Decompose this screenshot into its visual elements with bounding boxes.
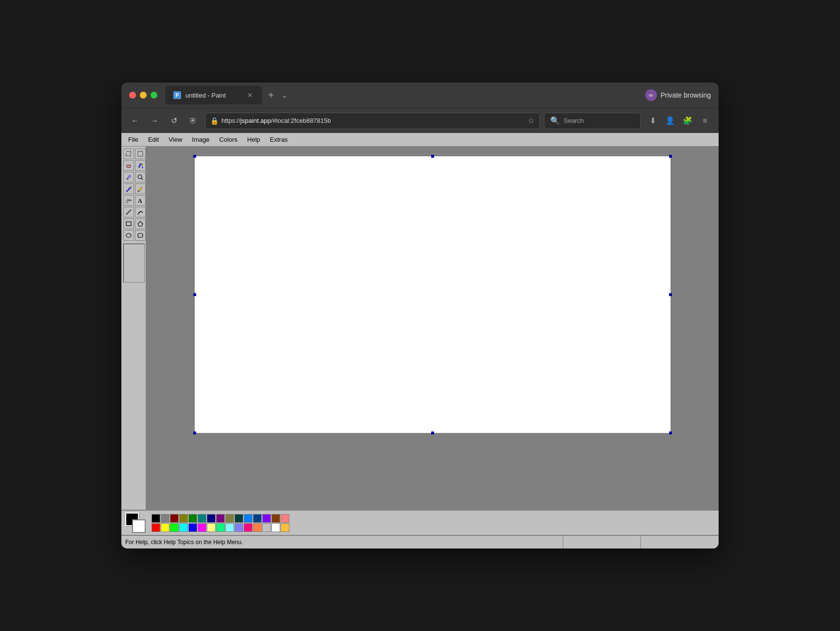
back-button[interactable]: ← xyxy=(127,113,143,129)
minimize-button[interactable] xyxy=(140,92,147,99)
palette-color[interactable] xyxy=(161,523,169,532)
svg-rect-3 xyxy=(127,165,131,167)
palette-color[interactable] xyxy=(281,523,289,532)
status-help-text: For Help, click Help Topics on the Help … xyxy=(121,536,563,548)
tool-polygon[interactable] xyxy=(135,218,146,229)
palette-color[interactable] xyxy=(271,514,280,523)
color-selector[interactable] xyxy=(125,513,146,533)
tool-magnifier[interactable] xyxy=(135,172,146,183)
pocket-button[interactable]: ⬇ xyxy=(645,113,660,129)
menu-button[interactable]: ≡ xyxy=(697,113,713,129)
palette-color[interactable] xyxy=(207,523,216,532)
tool-grid: A xyxy=(123,149,144,241)
palette-color[interactable] xyxy=(216,514,225,523)
size-preview xyxy=(123,244,145,282)
palette-color[interactable] xyxy=(216,523,225,532)
palette-color[interactable] xyxy=(271,523,280,532)
palette-color[interactable] xyxy=(170,523,179,532)
maximize-button[interactable] xyxy=(151,92,157,99)
url-bar[interactable]: 🔒 https://jspaint.app/#local:2fceb887815… xyxy=(205,113,540,129)
menu-help[interactable]: Help xyxy=(242,135,265,144)
color-palette-bar xyxy=(121,510,719,535)
menu-edit[interactable]: Edit xyxy=(143,135,164,144)
handle-bottom-left[interactable] xyxy=(193,432,196,434)
tool-free-select[interactable] xyxy=(123,149,134,159)
canvas-area[interactable] xyxy=(147,147,719,510)
palette-color[interactable] xyxy=(179,514,188,523)
menu-colors[interactable]: Colors xyxy=(214,135,242,144)
active-tab[interactable]: P untitled - Paint ✕ xyxy=(165,86,262,104)
palette-color[interactable] xyxy=(179,523,188,532)
menu-extras[interactable]: Extras xyxy=(265,135,293,144)
tool-eyedropper[interactable] xyxy=(123,172,134,183)
tab-dropdown-button[interactable]: ⌄ xyxy=(280,89,289,101)
palette-color[interactable] xyxy=(170,514,179,523)
palette-color[interactable] xyxy=(225,514,234,523)
tab-close-button[interactable]: ✕ xyxy=(246,91,254,100)
tool-line[interactable] xyxy=(123,207,134,217)
forward-button[interactable]: → xyxy=(147,113,162,129)
paint-main: A xyxy=(121,147,719,510)
tool-airbrush[interactable] xyxy=(123,195,134,206)
handle-bottom-center[interactable] xyxy=(431,432,434,434)
palette-color[interactable] xyxy=(225,523,234,532)
tool-curve[interactable] xyxy=(135,207,146,217)
url-prefix: https:// xyxy=(221,117,240,124)
private-browsing-icon: ∞ xyxy=(645,89,657,101)
palette-color[interactable] xyxy=(281,514,289,523)
handle-top-center[interactable] xyxy=(431,155,434,158)
tool-rectangle[interactable] xyxy=(123,218,134,229)
tool-pencil[interactable] xyxy=(123,183,134,194)
palette-color[interactable] xyxy=(207,514,216,523)
palette-color[interactable] xyxy=(188,523,197,532)
palette-color[interactable] xyxy=(161,514,169,523)
palette-color[interactable] xyxy=(253,523,262,532)
palette-color[interactable] xyxy=(151,514,160,523)
palette-color[interactable] xyxy=(262,523,271,532)
handle-top-right[interactable] xyxy=(669,155,672,158)
svg-line-16 xyxy=(126,210,131,215)
palette-color[interactable] xyxy=(198,514,206,523)
palette-color[interactable] xyxy=(244,514,252,523)
background-color[interactable] xyxy=(132,519,146,533)
tool-fill[interactable] xyxy=(135,160,146,171)
handle-left-center[interactable] xyxy=(193,293,196,296)
menu-file[interactable]: File xyxy=(123,135,143,144)
shield-icon: ⛨ xyxy=(185,113,201,129)
tab-title: untitled - Paint xyxy=(185,92,242,99)
tool-rect-select[interactable] xyxy=(135,149,146,159)
tool-brush[interactable] xyxy=(135,183,146,194)
palette-color[interactable] xyxy=(262,514,271,523)
handle-top-left[interactable] xyxy=(193,155,196,158)
handle-bottom-right[interactable] xyxy=(669,432,672,434)
new-tab-button[interactable]: + xyxy=(264,88,278,102)
palette-color[interactable] xyxy=(151,523,160,532)
paint-canvas[interactable] xyxy=(195,156,671,433)
browser-window: P untitled - Paint ✕ + ⌄ ∞ Private brows… xyxy=(121,83,719,548)
palette-color[interactable] xyxy=(244,523,252,532)
palette-color[interactable] xyxy=(235,514,243,523)
private-browsing-indicator: ∞ Private browsing xyxy=(645,89,711,101)
close-button[interactable] xyxy=(129,92,136,99)
tool-ellipse[interactable] xyxy=(123,230,134,241)
handle-right-center[interactable] xyxy=(669,293,672,296)
palette-color[interactable] xyxy=(235,523,243,532)
title-bar: P untitled - Paint ✕ + ⌄ ∞ Private brows… xyxy=(121,83,719,108)
palette-color[interactable] xyxy=(198,523,206,532)
tool-rounded-rect[interactable] xyxy=(135,230,146,241)
svg-text:P: P xyxy=(176,93,179,98)
menu-image[interactable]: Image xyxy=(187,135,214,144)
menu-view[interactable]: View xyxy=(164,135,187,144)
svg-point-19 xyxy=(126,233,131,237)
extensions-button[interactable]: 🧩 xyxy=(680,113,695,129)
account-button[interactable]: 👤 xyxy=(662,113,678,129)
nav-bar: ← → ↺ ⛨ 🔒 https://jspaint.app/#local:2fc… xyxy=(121,108,719,133)
palette-color[interactable] xyxy=(188,514,197,523)
bookmark-button[interactable]: ☆ xyxy=(528,116,535,125)
search-bar[interactable]: 🔍 Search xyxy=(544,113,641,129)
tool-text[interactable]: A xyxy=(135,195,146,206)
palette-color[interactable] xyxy=(253,514,262,523)
refresh-button[interactable]: ↺ xyxy=(166,113,182,129)
tool-eraser[interactable] xyxy=(123,160,134,171)
svg-text:A: A xyxy=(138,198,142,204)
